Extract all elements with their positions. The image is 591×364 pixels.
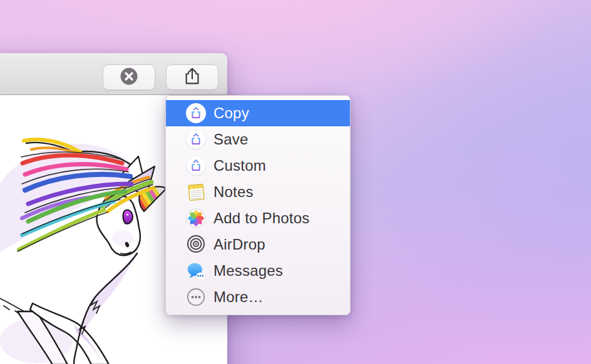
share-extension-icon	[186, 129, 206, 149]
menu-item-messages[interactable]: Messages	[166, 258, 350, 284]
share-extension-icon	[186, 103, 206, 123]
share-button[interactable]	[166, 64, 218, 90]
menu-item-copy[interactable]: Copy	[166, 100, 350, 126]
menu-item-label: More…	[213, 288, 264, 306]
menu-item-custom[interactable]: Custom	[166, 153, 350, 179]
menu-item-label: Save	[213, 131, 249, 148]
close-button[interactable]	[103, 64, 155, 90]
airdrop-icon	[186, 235, 206, 255]
window-titlebar[interactable]	[0, 53, 227, 95]
menu-item-label: AirDrop	[213, 236, 265, 253]
menu-item-label: Messages	[213, 262, 283, 280]
notes-app-icon	[186, 182, 206, 202]
photos-app-icon	[186, 208, 206, 228]
menu-item-label: Custom	[213, 157, 266, 174]
more-ellipsis-icon	[186, 287, 206, 307]
menu-item-airdrop[interactable]: AirDrop	[166, 231, 350, 258]
menu-item-label: Notes	[213, 183, 254, 201]
menu-item-more[interactable]: More…	[166, 284, 350, 310]
menu-item-notes[interactable]: Notes	[166, 179, 350, 205]
close-x-icon	[120, 67, 138, 88]
share-menu-popover: Copy Save Custom	[165, 95, 351, 315]
messages-app-icon	[186, 261, 206, 281]
menu-item-save[interactable]: Save	[166, 126, 350, 153]
share-extension-icon	[186, 156, 206, 176]
menu-item-label: Copy	[213, 104, 249, 122]
menu-item-label: Add to Photos	[213, 210, 309, 227]
menu-item-add-to-photos[interactable]: Add to Photos	[166, 205, 350, 231]
share-arrow-icon	[182, 66, 202, 89]
